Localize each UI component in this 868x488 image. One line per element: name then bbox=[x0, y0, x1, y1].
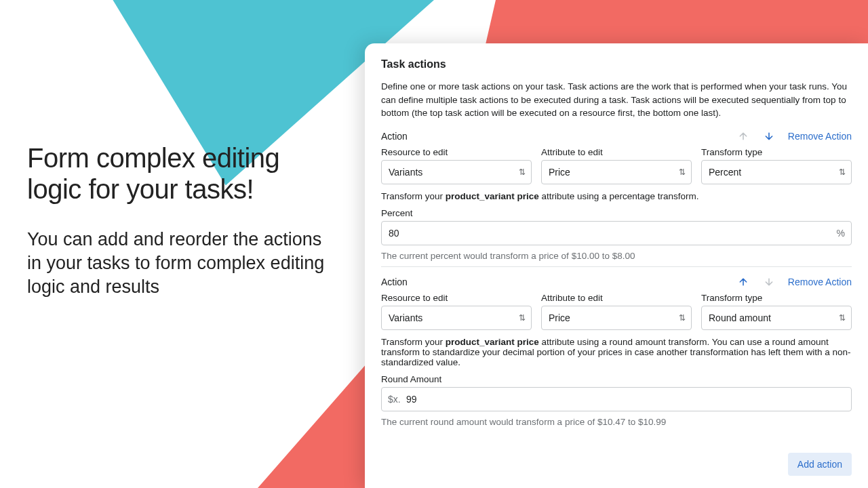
resource-select[interactable]: Variants bbox=[381, 306, 532, 330]
attribute-label: Attribute to edit bbox=[541, 147, 692, 157]
chevron-updown-icon: ⇅ bbox=[519, 314, 526, 322]
percent-suffix: % bbox=[837, 228, 845, 239]
arrow-up-icon bbox=[738, 277, 749, 287]
transform-select[interactable]: Round amount bbox=[701, 306, 852, 330]
value-hint: The current percent would transform a pr… bbox=[381, 251, 852, 261]
action-block-1: Action Remove Action Resource to edit bbox=[381, 129, 852, 261]
action-block-2: Action Remove Action Resource to edit bbox=[381, 266, 852, 427]
round-prefix: $x. bbox=[388, 394, 401, 405]
arrow-down-icon bbox=[764, 277, 774, 287]
value-label: Percent bbox=[381, 208, 852, 218]
attribute-select[interactable]: Price bbox=[541, 160, 692, 184]
remove-action-button[interactable]: Remove Action bbox=[788, 131, 852, 142]
percent-input[interactable] bbox=[381, 221, 852, 245]
arrow-down-icon bbox=[764, 131, 774, 142]
action-label: Action bbox=[381, 277, 408, 287]
move-down-button[interactable] bbox=[762, 129, 776, 143]
remove-action-button[interactable]: Remove Action bbox=[788, 277, 852, 287]
panel-description: Define one or more task actions on your … bbox=[381, 80, 852, 120]
add-action-button[interactable]: Add action bbox=[788, 453, 852, 476]
move-up-button[interactable] bbox=[736, 275, 750, 289]
value-label: Round Amount bbox=[381, 374, 852, 384]
chevron-updown-icon: ⇅ bbox=[519, 168, 526, 176]
move-up-button[interactable] bbox=[736, 129, 750, 143]
value-hint: The current round amount would transform… bbox=[381, 417, 852, 427]
chevron-updown-icon: ⇅ bbox=[839, 168, 846, 176]
promo-headline: Form complex editing logic for your task… bbox=[27, 142, 326, 205]
resource-label: Resource to edit bbox=[381, 147, 532, 157]
action-explain: Transform your product_variant price att… bbox=[381, 337, 852, 367]
resource-select[interactable]: Variants bbox=[381, 160, 532, 184]
resource-label: Resource to edit bbox=[381, 293, 532, 303]
action-label: Action bbox=[381, 131, 408, 142]
chevron-updown-icon: ⇅ bbox=[679, 314, 686, 322]
promo-body: You can add and reorder the actions in y… bbox=[27, 228, 326, 299]
attribute-label: Attribute to edit bbox=[541, 293, 692, 303]
action-explain: Transform your product_variant price att… bbox=[381, 191, 852, 201]
round-amount-input[interactable] bbox=[381, 387, 852, 411]
transform-select[interactable]: Percent bbox=[701, 160, 852, 184]
chevron-updown-icon: ⇅ bbox=[679, 168, 686, 176]
chevron-updown-icon: ⇅ bbox=[839, 314, 846, 322]
arrow-up-icon bbox=[738, 131, 749, 142]
task-actions-panel: Task actions Define one or more task act… bbox=[365, 43, 868, 488]
panel-title: Task actions bbox=[381, 58, 852, 70]
attribute-select[interactable]: Price bbox=[541, 306, 692, 330]
transform-label: Transform type bbox=[701, 147, 852, 157]
transform-label: Transform type bbox=[701, 293, 852, 303]
move-down-button[interactable] bbox=[762, 275, 776, 289]
